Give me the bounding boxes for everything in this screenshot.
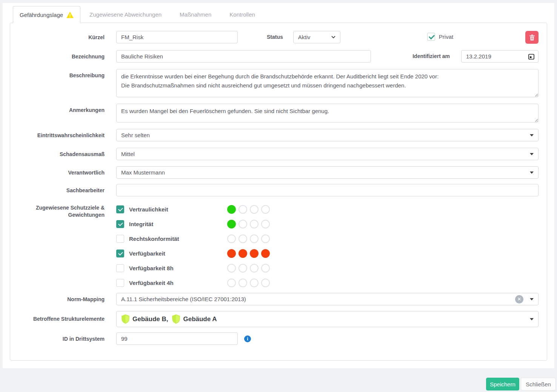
row-schutzziele: Zugewiesene Schutzziele & Gewichtungen V… [10, 202, 539, 290]
goal-row-verfuegbarkeit-8h: Verfügbarkeit 8h [116, 261, 539, 276]
row-sachbearbeiter: Sachbearbeiter [10, 184, 539, 196]
rechtskonformitaet-weighting-dots[interactable] [227, 234, 270, 243]
eintrittswahrscheinlichkeit-select[interactable]: Sehr selten [116, 129, 539, 141]
weight-dot[interactable] [238, 220, 247, 228]
vertraulichkeit-label: Vertraulichkeit [129, 206, 227, 213]
row-kuerzel: Kürzel Status Aktiv Privat [10, 31, 539, 44]
warning-icon [66, 12, 74, 18]
kuerzel-input[interactable] [116, 31, 238, 43]
struct-item: Gebäude A [172, 314, 217, 324]
privat-checkbox[interactable]: Privat [427, 33, 453, 41]
norm-mapping-select[interactable]: A.11.1 Sicherheitsbereiche (ISO/IEC 2700… [116, 293, 539, 305]
weight-dot[interactable] [250, 279, 258, 287]
weight-dot[interactable] [238, 249, 247, 258]
verfuegbarkeit-4h-weighting-dots[interactable] [227, 279, 270, 287]
tab-bar: Gefährdungslage Zugewiesene Abweichungen… [3, 3, 554, 23]
row-norm-mapping: Norm-Mapping A.11.1 Sicherheitsbereiche … [10, 293, 539, 305]
bezeichnung-input[interactable] [116, 50, 371, 63]
row-schadensausmass: Schadensausmaß Mittel [10, 148, 539, 160]
eintrittswahrscheinlichkeit-value: Sehr selten [121, 132, 530, 138]
status-value: Aktiv [298, 34, 331, 40]
weight-dot[interactable] [227, 264, 236, 273]
verfuegbarkeit-weighting-dots[interactable] [227, 249, 270, 258]
chevron-down-icon [530, 134, 534, 136]
privat-checkbox-box[interactable] [427, 33, 435, 41]
struct-item-name: Gebäude A [183, 315, 217, 323]
schadensausmass-select[interactable]: Mittel [116, 148, 539, 160]
rechtskonformitaet-checkbox[interactable] [116, 235, 124, 243]
row-id-drittsystem: ID in Drittsystem i [10, 332, 539, 345]
weight-dot[interactable] [261, 279, 270, 287]
weight-dot[interactable] [227, 234, 236, 243]
weight-dot[interactable] [250, 264, 258, 273]
anmerkungen-textarea[interactable]: Es wurden Mangel bei den Feuerlöschern g… [116, 104, 539, 122]
weight-dot[interactable] [227, 279, 236, 287]
weight-dot[interactable] [261, 205, 270, 214]
row-beschreibung: Beschreibung die Erkenntnisse wurden bei… [10, 69, 539, 97]
row-eintrittswahrscheinlichkeit: Eintrittswahrscheinlichkeit Sehr selten [10, 129, 539, 141]
weight-dot[interactable] [238, 264, 247, 273]
weight-dot[interactable] [250, 220, 258, 228]
beschreibung-textarea[interactable]: die Erkenntnisse wurden bei einer Begehu… [116, 69, 539, 97]
id-drittsystem-input[interactable] [116, 332, 238, 345]
verfuegbarkeit-checkbox[interactable] [116, 250, 124, 257]
weight-dot[interactable] [238, 205, 247, 214]
verfuegbarkeit-4h-checkbox[interactable] [116, 279, 124, 287]
verantwortlich-label: Verantwortlich [10, 166, 105, 179]
integritaet-weighting-dots[interactable] [227, 220, 270, 228]
struct-item: Gebäude B, [121, 314, 168, 324]
weight-dot[interactable] [250, 205, 258, 214]
weight-dot[interactable] [250, 249, 258, 258]
tab-label: Gefährdungslage [20, 12, 63, 18]
goal-row-verfuegbarkeit: Verfügbarkeit [116, 246, 539, 261]
save-button[interactable]: Speichern [486, 378, 519, 390]
verfuegbarkeit-8h-weighting-dots[interactable] [227, 264, 270, 273]
close-button[interactable]: Schließen [521, 378, 556, 390]
identifiziert-am-input[interactable]: 13.2.2019 [461, 50, 539, 63]
sachbearbeiter-input[interactable] [116, 184, 539, 196]
tab-label: Kontrollen [229, 11, 255, 18]
tab-kontrollen[interactable]: Kontrollen [220, 6, 264, 23]
verantwortlich-select[interactable]: Max Mustermann [116, 166, 539, 179]
main-panel: Gefährdungslage Zugewiesene Abweichungen… [3, 3, 554, 368]
status-select[interactable]: Aktiv [293, 31, 340, 43]
vertraulichkeit-weighting-dots[interactable] [227, 205, 270, 214]
id-drittsystem-label: ID in Drittsystem [10, 332, 105, 345]
goal-row-rechtskonformitaet: Rechtskonformität [116, 231, 539, 246]
struct-item-name: Gebäude B, [132, 315, 168, 323]
tab-massnahmen[interactable]: Maßnahmen [171, 6, 220, 23]
tab-content-card: Kürzel Status Aktiv Privat [10, 23, 547, 361]
clear-icon[interactable]: ✕ [515, 295, 523, 303]
weight-dot[interactable] [227, 220, 236, 228]
vertraulichkeit-checkbox[interactable] [116, 205, 124, 213]
weight-dot[interactable] [227, 205, 236, 214]
chevron-down-icon [331, 36, 335, 38]
row-anmerkungen: Anmerkungen Es wurden Mangel bei den Feu… [10, 104, 539, 122]
chevron-down-icon [530, 172, 534, 174]
identifiziert-am-label: Identifiziert am [412, 50, 450, 59]
strukturelemente-label: Betroffene Strukturelemente [10, 311, 105, 327]
tab-zugewiesene-abweichungen[interactable]: Zugewiesene Abweichungen [80, 6, 171, 23]
weight-dot[interactable] [238, 279, 247, 287]
tab-gefaehrdungslage[interactable]: Gefährdungslage [13, 6, 80, 23]
norm-mapping-value: A.11.1 Sicherheitsbereiche (ISO/IEC 2700… [121, 296, 515, 302]
page-background: Gefährdungslage Zugewiesene Abweichungen… [0, 0, 557, 392]
weight-dot[interactable] [261, 220, 270, 228]
beschreibung-label: Beschreibung [10, 69, 105, 97]
weight-dot[interactable] [261, 264, 270, 273]
strukturelemente-select[interactable]: Gebäude B, Gebäude A [116, 311, 539, 327]
weight-dot[interactable] [227, 249, 236, 258]
calendar-icon[interactable] [528, 54, 534, 60]
integritaet-checkbox[interactable] [116, 220, 124, 228]
goal-row-verfuegbarkeit-4h: Verfügbarkeit 4h [116, 276, 539, 290]
chevron-down-icon [530, 318, 534, 320]
weight-dot[interactable] [261, 234, 270, 243]
info-icon[interactable]: i [244, 335, 251, 342]
weight-dot[interactable] [250, 234, 258, 243]
weight-dot[interactable] [261, 249, 270, 258]
verfuegbarkeit-8h-label: Verfügbarkeit 8h [129, 265, 227, 271]
weight-dot[interactable] [238, 234, 247, 243]
delete-button[interactable] [525, 31, 539, 44]
verfuegbarkeit-8h-checkbox[interactable] [116, 264, 124, 272]
rechtskonformitaet-label: Rechtskonformität [129, 236, 227, 242]
